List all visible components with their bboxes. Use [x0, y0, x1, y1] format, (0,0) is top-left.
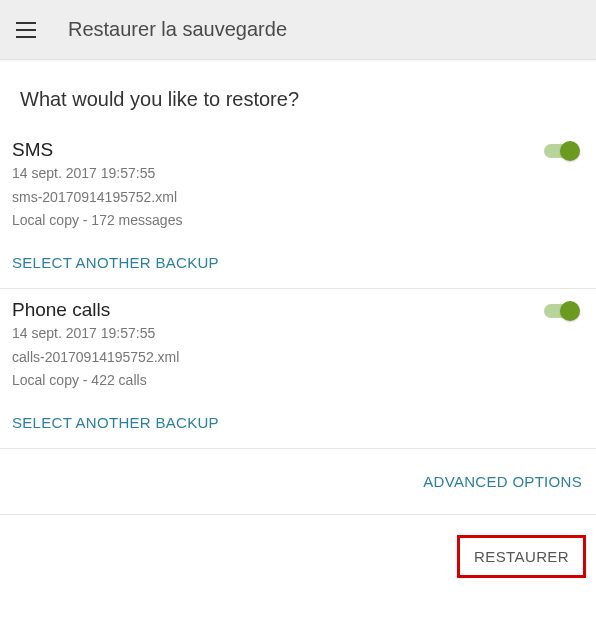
calls-summary: Local copy - 422 calls [12, 370, 179, 392]
appbar-title: Restaurer la sauvegarde [68, 18, 287, 41]
calls-section: Phone calls 14 sept. 2017 19:57:55 calls… [0, 289, 596, 449]
calls-toggle[interactable] [544, 301, 580, 321]
advanced-options-button[interactable]: ADVANCED OPTIONS [423, 473, 582, 490]
sms-summary: Local copy - 172 messages [12, 210, 182, 232]
calls-title: Phone calls [12, 299, 179, 321]
restore-button[interactable]: RESTAURER [457, 535, 586, 578]
calls-select-another-button[interactable]: SELECT ANOTHER BACKUP [12, 414, 219, 431]
menu-icon[interactable] [16, 18, 40, 42]
calls-date: 14 sept. 2017 19:57:55 [12, 323, 179, 345]
advanced-row: ADVANCED OPTIONS [0, 449, 596, 515]
sms-select-another-button[interactable]: SELECT ANOTHER BACKUP [12, 254, 219, 271]
content: What would you like to restore? SMS 14 s… [0, 60, 596, 598]
calls-file: calls-20170914195752.xml [12, 347, 179, 369]
sms-section: SMS 14 sept. 2017 19:57:55 sms-201709141… [0, 129, 596, 289]
action-row: RESTAURER [0, 515, 596, 598]
appbar: Restaurer la sauvegarde [0, 0, 596, 60]
restore-prompt: What would you like to restore? [0, 78, 596, 129]
sms-date: 14 sept. 2017 19:57:55 [12, 163, 182, 185]
sms-file: sms-20170914195752.xml [12, 187, 182, 209]
sms-title: SMS [12, 139, 182, 161]
sms-toggle[interactable] [544, 141, 580, 161]
